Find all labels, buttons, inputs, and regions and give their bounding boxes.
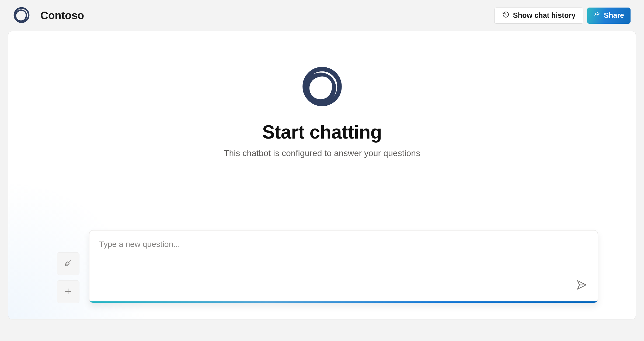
- show-chat-history-button[interactable]: Show chat history: [494, 8, 583, 24]
- history-icon: [502, 11, 510, 20]
- send-icon: [576, 279, 587, 291]
- share-icon: [594, 11, 601, 20]
- main-card: Start chatting This chatbot is configure…: [8, 31, 636, 319]
- hero: Start chatting This chatbot is configure…: [224, 66, 420, 158]
- composer-row: [8, 230, 636, 303]
- send-button[interactable]: [575, 278, 589, 292]
- hero-title: Start chatting: [262, 121, 382, 143]
- header: Contoso Show chat history Share: [8, 5, 636, 31]
- brand-logo-icon: [13, 7, 30, 24]
- header-right: Show chat history Share: [494, 8, 631, 24]
- brand-name: Contoso: [40, 9, 84, 22]
- composer-gradient-bar: [89, 301, 598, 303]
- svg-point-7: [307, 75, 334, 102]
- hero-logo-icon: [302, 66, 342, 108]
- header-left: Contoso: [13, 7, 84, 24]
- show-chat-history-label: Show chat history: [513, 11, 576, 20]
- share-button[interactable]: Share: [587, 8, 631, 24]
- chat-input[interactable]: [89, 230, 598, 301]
- share-label: Share: [604, 11, 624, 20]
- hero-subtitle: This chatbot is configured to answer you…: [224, 148, 420, 158]
- svg-point-3: [15, 10, 26, 21]
- chat-input-container: [89, 230, 598, 303]
